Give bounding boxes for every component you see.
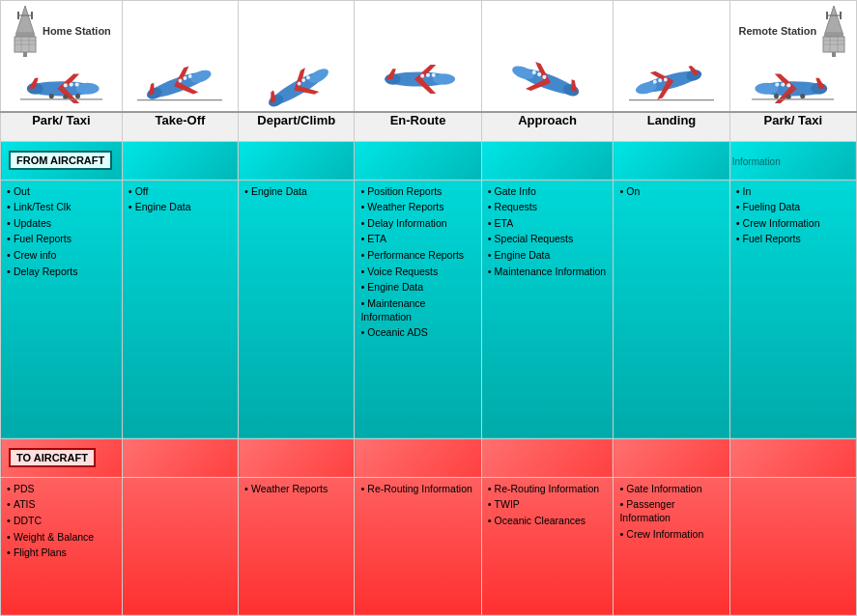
svg-point-17 [64, 83, 68, 87]
from-row-landing [614, 141, 729, 180]
list-item: Weather Reports [244, 482, 350, 496]
from-list-approach: Gate Info Requests ETA Special Requests … [482, 181, 614, 285]
from-list-depart: Engine Data [239, 181, 354, 205]
list-item: TWIP [488, 497, 610, 512]
to-list-approach: Re-Routing Information TWIP Oceanic Clea… [482, 478, 614, 534]
to-content-approach: Re-Routing Information TWIP Oceanic Clea… [481, 477, 614, 615]
from-content-takeoff: Off Engine Data [122, 180, 238, 438]
list-item: On [619, 184, 725, 199]
header-park-taxi-home: Home Station [1, 1, 123, 113]
to-content-landing: Gate Information Passenger Information C… [614, 477, 729, 615]
from-content-row: Out Link/Test Clk Updates Fuel Reports C… [1, 180, 857, 438]
list-item: ATIS [7, 497, 118, 512]
airplane-landing [629, 51, 714, 107]
to-content-park-home: PDS ATIS DDTC Weight & Balance Flight Pl… [1, 477, 123, 615]
to-row-landing [614, 438, 729, 477]
from-content-enroute: Position Reports Weather Reports Delay I… [355, 180, 481, 438]
to-aircraft-label-row: TO AIRCRAFT [1, 438, 857, 477]
tower-icon-home [12, 4, 39, 57]
svg-point-47 [432, 73, 454, 85]
col-labels-row: Park/ Taxi Take-Off Depart/Climb En-Rout… [1, 112, 857, 141]
list-item: Maintenance Information [360, 296, 476, 323]
airplane-approach [503, 51, 592, 107]
header-depart-climb [239, 1, 355, 113]
to-list-depart: Weather Reports [239, 478, 354, 502]
header-park-taxi-remote: Remote Station [729, 1, 856, 113]
from-content-remote: In Fueling Data Crew Information Fuel Re… [729, 180, 856, 438]
list-item: Engine Data [244, 184, 350, 199]
list-item: Position Reports [360, 184, 476, 199]
list-item: Delay Reports [7, 265, 118, 279]
to-row-enroute [355, 438, 481, 477]
to-row-depart [239, 438, 355, 477]
list-item: Gate Information [619, 482, 725, 496]
from-row-enroute [355, 141, 481, 180]
home-station-label: Home Station [43, 25, 111, 37]
list-item: Voice Requests [360, 265, 476, 279]
from-content-approach: Gate Info Requests ETA Special Requests … [481, 180, 614, 438]
to-content-enroute: Re-Routing Information [355, 477, 481, 615]
list-item: Flight Plans [7, 546, 118, 560]
to-content-depart: Weather Reports [239, 477, 355, 615]
to-aircraft-text: TO AIRCRAFT [16, 452, 88, 463]
svg-point-12 [76, 83, 100, 95]
col-label-takeoff: Take-Off [122, 112, 238, 141]
airplane-park-home [20, 57, 102, 107]
list-item: In [736, 184, 852, 199]
svg-point-92 [782, 82, 786, 86]
col-label-park-remote: Park/ Taxi [729, 112, 856, 141]
svg-point-93 [776, 82, 780, 86]
list-item: Engine Data [488, 248, 610, 263]
from-row-remote: Information [729, 141, 856, 180]
list-item: Updates [7, 216, 118, 231]
list-item: ETA [488, 216, 610, 231]
list-item: Gate Info [488, 184, 610, 199]
list-item: Performance Reports [360, 248, 476, 263]
col-label-landing: Landing [614, 112, 729, 141]
list-item: Engine Data [360, 280, 476, 294]
list-item: Oceanic ADS [360, 325, 476, 340]
information-label: Information [730, 154, 783, 169]
list-item: Out [7, 184, 118, 199]
list-item: Fuel Reports [736, 232, 852, 246]
header-row: Home Station [1, 1, 857, 113]
to-list-enroute: Re-Routing Information [355, 478, 480, 502]
from-list-park-home: Out Link/Test Clk Updates Fuel Reports C… [1, 181, 122, 285]
airplane-takeoff [137, 51, 222, 107]
col-label-depart: Depart/Climb [239, 112, 355, 141]
list-item: Fueling Data [736, 200, 852, 214]
to-content-remote [729, 477, 856, 615]
from-content-landing: On [614, 180, 729, 438]
list-item: Fuel Reports [7, 232, 118, 246]
col-label-approach: Approach [481, 112, 614, 141]
from-row-depart [239, 141, 355, 180]
header-takeoff [122, 1, 238, 113]
airplane-en-route [374, 51, 463, 107]
remote-station-label: Remote Station [739, 25, 817, 37]
to-content-row: PDS ATIS DDTC Weight & Balance Flight Pl… [1, 477, 857, 615]
svg-point-18 [69, 82, 72, 86]
to-row-takeoff [122, 438, 238, 477]
tower-icon-remote [820, 4, 847, 57]
list-item: Engine Data [129, 200, 234, 214]
from-row-approach [481, 141, 614, 180]
to-aircraft-label-cell: TO AIRCRAFT [1, 438, 123, 477]
svg-point-19 [74, 82, 78, 86]
from-row-takeoff [122, 141, 238, 180]
airplane-depart [254, 51, 339, 107]
list-item: Requests [488, 200, 610, 214]
list-item: PDS [7, 482, 118, 496]
list-item: Special Requests [488, 232, 610, 246]
to-row-remote [729, 438, 856, 477]
list-item: Re-Routing Information [488, 482, 610, 496]
list-item: Maintenance Information [488, 265, 610, 279]
col-label-enroute: En-Route [355, 112, 481, 141]
airplane-park-remote [752, 57, 834, 107]
to-row-approach [481, 438, 614, 477]
col-label-park-home: Park/ Taxi [1, 112, 123, 141]
svg-point-86 [756, 83, 779, 95]
from-aircraft-text: FROM AIRCRAFT [16, 154, 104, 166]
to-list-park-home: PDS ATIS DDTC Weight & Balance Flight Pl… [1, 478, 122, 566]
to-content-takeoff [122, 477, 238, 615]
to-list-landing: Gate Information Passenger Information C… [614, 478, 728, 547]
